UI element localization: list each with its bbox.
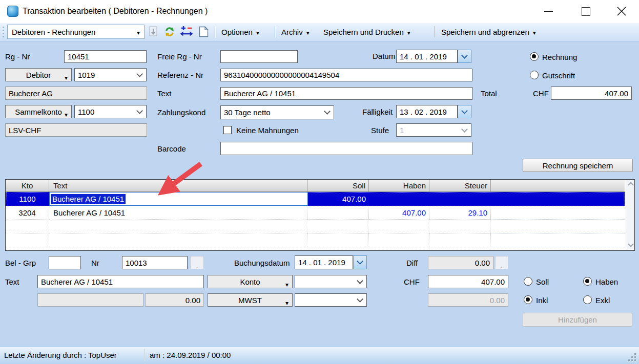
view-selector-combobox[interactable]: Debitoren - Rechnungen — [7, 25, 145, 39]
debitor-menu-button[interactable]: Debitor — [5, 68, 72, 81]
column-header-kto[interactable]: Kto — [6, 180, 49, 191]
cell-text[interactable]: Bucherer AG / 10451 — [49, 206, 307, 220]
transaction-edit-window: Transaktion bearbeiten ( Debitoren - Rec… — [0, 0, 639, 364]
nr-ellipsis-button[interactable]: . — [190, 256, 204, 269]
nr-label: Nr — [91, 259, 99, 268]
status-last-change: Letzte Änderung durch : TopUser — [4, 351, 117, 360]
sammelkonto-menu-button[interactable]: Sammelkonto — [5, 105, 72, 118]
table-header: Kto Text Soll Haben Steuer — [6, 180, 625, 192]
gutschrift-radio[interactable] — [530, 71, 539, 79]
minimize-button[interactable] — [540, 3, 557, 19]
rechnung-speichern-label: Rechnung speichern — [543, 161, 613, 170]
stufe-value: 1 — [400, 126, 404, 135]
amount-disabled-field: 0.00 — [428, 293, 508, 307]
chevron-down-icon — [533, 28, 536, 36]
buchungsdatum-input[interactable]: 14 . 01 . 2019 — [295, 255, 353, 269]
bel-grp-input[interactable] — [49, 256, 81, 269]
soll-radio[interactable] — [524, 277, 532, 286]
exkl-radio[interactable] — [583, 295, 592, 304]
keine-mahnungen-checkbox[interactable] — [223, 126, 232, 134]
rechnung-radio[interactable] — [530, 52, 539, 61]
toolbar-grip-icon[interactable] — [3, 27, 4, 37]
cell-kto[interactable]: 1100 — [6, 192, 49, 206]
amount-zero-value: 0.00 — [185, 296, 200, 305]
amount-zero-field: 0.00 — [145, 293, 204, 307]
scroll-down-button[interactable] — [627, 241, 634, 249]
total-amount-input[interactable]: 407.00 — [551, 87, 632, 100]
diff-ellipsis-button[interactable]: . — [495, 256, 508, 269]
datum-input[interactable]: 14 . 01 . 2019 — [396, 50, 458, 63]
column-header-soll[interactable]: Soll — [307, 180, 369, 191]
konto-combobox[interactable] — [295, 275, 367, 288]
sammelkonto-name-field: LSV-CHF — [5, 123, 147, 137]
freie-rg-nr-input[interactable] — [220, 50, 298, 63]
cell-steuer[interactable]: 29.10 — [429, 206, 491, 220]
entry-text-value: Bucherer AG / 10451 — [41, 277, 113, 286]
menu-optionen[interactable]: Optionen — [217, 25, 263, 39]
debitor-number-combobox[interactable]: 1019 — [74, 68, 147, 81]
rechnung-speichern-button[interactable]: Rechnung speichern — [523, 159, 633, 172]
entry-amount-input[interactable]: 407.00 — [428, 275, 508, 288]
chevron-down-icon — [136, 71, 143, 77]
import-icon — [149, 26, 159, 37]
buchungsdatum-dropdown-button[interactable] — [353, 255, 367, 269]
red-arrow-annotation — [153, 159, 210, 200]
datum-dropdown-button[interactable] — [458, 50, 471, 63]
referenz-nr-input[interactable]: 963104000000000000004149504 — [220, 69, 472, 81]
cell-kto[interactable]: 3204 — [6, 206, 49, 220]
datum-value: 14 . 01 . 2019 — [400, 52, 447, 61]
inkl-radio[interactable] — [524, 295, 532, 304]
table-scrollbar[interactable] — [626, 180, 634, 249]
rg-nr-input[interactable]: 10451 — [64, 50, 147, 63]
resize-grip-icon[interactable] — [628, 353, 637, 362]
cell-soll[interactable]: 407.00 — [307, 192, 369, 206]
haben-radio[interactable] — [583, 277, 592, 286]
text-input[interactable]: Bucherer AG / 10451 — [220, 87, 472, 100]
sammelkonto-number-combobox[interactable]: 1100 — [74, 105, 147, 118]
soll-radio-label: Soll — [536, 277, 549, 287]
table-row-empty[interactable] — [6, 220, 625, 233]
dot-label: . — [196, 263, 198, 269]
chevron-down-icon — [461, 52, 468, 59]
cell-soll[interactable] — [307, 206, 369, 220]
nr-input[interactable]: 10013 — [122, 256, 188, 269]
cell-haben[interactable] — [369, 192, 429, 206]
mwst-menu-button[interactable]: MWST — [208, 293, 293, 307]
diff-label: Diff — [406, 259, 418, 268]
menu-archiv[interactable]: Archiv — [277, 25, 314, 39]
faelligkeit-dropdown-button[interactable] — [458, 105, 471, 118]
cell-haben[interactable]: 407.00 — [369, 206, 429, 220]
mwst-combobox[interactable] — [295, 293, 367, 307]
chevron-down-icon — [357, 258, 363, 265]
table-row[interactable]: 3204 Bucherer AG / 10451 407.00 29.10 — [6, 206, 625, 220]
maximize-button[interactable] — [578, 3, 595, 19]
column-header-steuer[interactable]: Steuer — [429, 180, 491, 191]
close-icon — [617, 7, 626, 16]
debitor-name-value: Bucherer AG — [9, 89, 53, 98]
refresh-button[interactable] — [163, 25, 176, 38]
import-button[interactable] — [147, 25, 160, 38]
chevron-down-icon — [285, 280, 288, 288]
new-document-button[interactable] — [197, 25, 210, 38]
gutschrift-radio-label: Gutschrift — [542, 71, 575, 80]
entry-text-input[interactable]: Bucherer AG / 10451 — [37, 275, 204, 288]
scroll-up-button[interactable] — [627, 180, 634, 188]
maximize-icon — [582, 7, 590, 16]
adjust-amounts-button[interactable] — [179, 25, 194, 38]
menu-speichern-abgrenzen[interactable]: Speichern und abgrenzen — [437, 25, 540, 39]
cell-steuer[interactable] — [429, 192, 491, 206]
faelligkeit-input[interactable]: 13 . 02 . 2019 — [396, 105, 458, 118]
haben-radio-label: Haben — [595, 277, 618, 287]
diff-field-disabled: 0.00 — [428, 256, 493, 269]
barcode-input[interactable] — [220, 142, 472, 155]
close-button[interactable] — [613, 3, 630, 19]
zahlungskond-combobox[interactable]: 30 Tage netto — [220, 105, 334, 119]
table-row-empty[interactable] — [6, 233, 625, 247]
title-bar: Transaktion bearbeiten ( Debitoren - Rec… — [0, 0, 639, 23]
column-header-haben[interactable]: Haben — [369, 180, 429, 191]
chevron-down-icon — [136, 108, 143, 114]
table-row-selected[interactable]: 1100 Bucherer AG / 10451 407.00 — [6, 192, 625, 206]
menu-speichern-drucken[interactable]: Speichern und Drucken — [319, 25, 415, 39]
mwst-menu-label: MWST — [238, 296, 262, 305]
konto-menu-button[interactable]: Konto — [208, 275, 293, 288]
